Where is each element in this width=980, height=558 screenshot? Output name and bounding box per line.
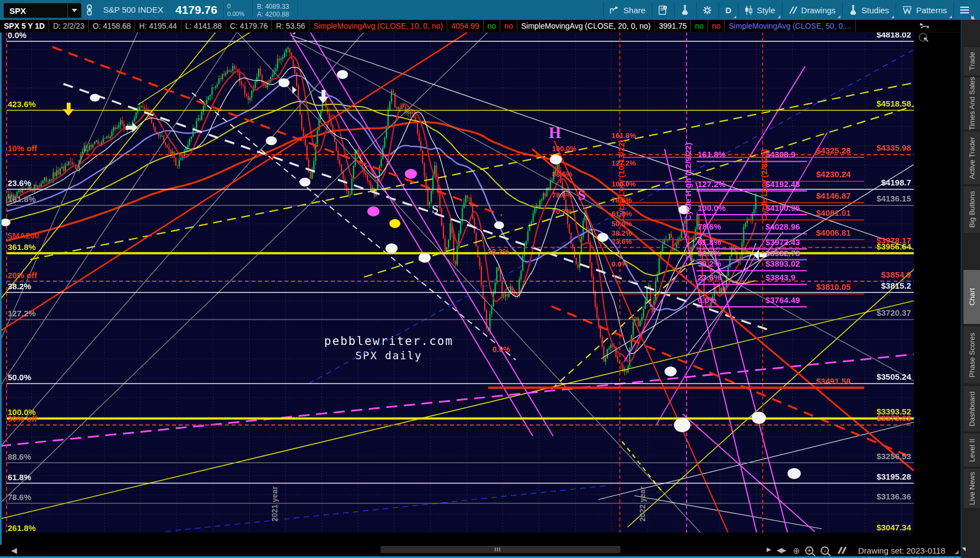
- sidebar-tab-times-and-sales[interactable]: Times And Sales: [963, 77, 980, 130]
- study-cell[interactable]: no: [691, 20, 708, 32]
- link-icon[interactable]: [85, 4, 93, 15]
- time-axis[interactable]: [0, 533, 961, 545]
- last-price: 4179.76: [175, 3, 217, 17]
- company-name: S&P 500 INDEX: [103, 5, 163, 14]
- settings-button[interactable]: [696, 0, 719, 20]
- sidebar-tab-label: Phase Scores: [968, 333, 976, 378]
- pan-arrows-icon[interactable]: ◀▶: [776, 546, 785, 554]
- sidebar-collapse-icon[interactable]: [962, 548, 966, 551]
- sidebar-tab-label: Times And Sales: [968, 77, 976, 130]
- sidebar-tab-active-trader[interactable]: Active Trader: [963, 131, 980, 185]
- study-cell[interactable]: no: [500, 20, 517, 32]
- study-cell[interactable]: C: 4179.76: [226, 20, 272, 32]
- symbol-input[interactable]: SPX: [3, 3, 82, 18]
- chevron-down-icon: [72, 9, 77, 12]
- symbol-value: SPX: [4, 6, 67, 15]
- study-cell[interactable]: O: 4158.68: [89, 20, 135, 32]
- drawing-set-label[interactable]: Drawing set: 2023-0118: [858, 546, 945, 555]
- sidebar-tab-label: Live News: [968, 472, 976, 505]
- drawings-button[interactable]: Drawings: [782, 0, 843, 20]
- bid-value: B: 4089.33: [257, 3, 289, 10]
- pointer-mode-cursor: ↖: [923, 35, 929, 44]
- price-axis[interactable]: [914, 20, 961, 545]
- study-cell[interactable]: D: 2/2/23: [49, 20, 89, 32]
- study-cell[interactable]: 3991.75: [655, 20, 692, 32]
- menu-icon: [960, 7, 969, 14]
- zoom-in-icon[interactable]: +: [805, 546, 813, 555]
- right-sidebar: TradeTimes And SalesActive TraderBig But…: [961, 20, 980, 558]
- ask-value: A: 4200.88: [257, 10, 289, 18]
- chart-scrollbar[interactable]: [381, 546, 620, 553]
- symbol-dropdown-button[interactable]: [67, 3, 81, 18]
- study-cell[interactable]: no: [708, 20, 725, 32]
- trading-platform-window: pebblewriter.com SPX daily 4782.864697.5…: [0, 0, 980, 558]
- study-cell[interactable]: SimpleMovingAvg (CLOSE, 10, 0, no): [309, 20, 447, 32]
- sidebar-tab-label: Dashboard: [968, 391, 976, 427]
- zoom-out-icon[interactable]: -: [821, 546, 829, 555]
- style-button[interactable]: Style: [738, 0, 781, 20]
- flask-icon: [849, 5, 858, 15]
- study-cell[interactable]: R: 53.56: [272, 20, 309, 32]
- change-value: 0: [227, 3, 231, 9]
- footer-corner-grip[interactable]: [955, 550, 958, 554]
- sidebar-tab-phase-scores[interactable]: Phase Scores: [963, 326, 980, 384]
- sidebar-tab-trade[interactable]: Trade: [963, 46, 980, 76]
- patterns-icon: [902, 6, 912, 14]
- sidebar-tab-level-ii[interactable]: Level II: [963, 433, 980, 467]
- crosshair-center-icon[interactable]: ⊕: [793, 546, 800, 556]
- chart-drawings-overlay: [0, 0, 980, 558]
- studies-button[interactable]: Studies: [842, 0, 896, 20]
- toolbar-buttons: Share i D Style Drawings: [603, 0, 976, 20]
- scroll-left-icon[interactable]: ◀: [11, 546, 17, 555]
- study-cell[interactable]: 4054.99: [447, 20, 484, 32]
- sidebar-tab-big-buttons[interactable]: Big Buttons: [963, 185, 980, 233]
- collapse-arrows-icon[interactable]: [919, 22, 930, 30]
- patterns-button[interactable]: Patterns: [896, 0, 954, 20]
- share-icon: [610, 6, 619, 14]
- sidebar-tab-live-news[interactable]: Live News: [963, 468, 980, 509]
- chart-notes-button[interactable]: i: [652, 0, 674, 20]
- top-toolbar: SPX S&P 500 INDEX 4179.76 0 0.00% B: 408…: [0, 0, 980, 20]
- sidebar-tab-chart[interactable]: Chart: [963, 269, 980, 325]
- study-cell[interactable]: SimpleMovingAvg (CLOSE, 20, 0, no): [517, 20, 655, 32]
- study-cell[interactable]: SPX 5 Y 1D: [0, 20, 49, 32]
- fast-forward-icon[interactable]: ▶: [767, 546, 771, 553]
- chart-left-edge: [0, 20, 2, 545]
- flask-icon: [681, 5, 689, 15]
- scrollbar-handle[interactable]: [494, 548, 501, 551]
- study-cell[interactable]: H: 4195.44: [135, 20, 181, 32]
- studies-bar: SPX 5 Y 1DD: 2/2/23O: 4158.68H: 4195.44L…: [0, 20, 961, 33]
- sidebar-tab-label: Trade: [968, 52, 976, 70]
- drawing-tools-icon[interactable]: [837, 546, 847, 554]
- sidebar-expand-icon[interactable]: [971, 15, 975, 19]
- sidebar-tab-dashboard[interactable]: Dashboard: [963, 385, 980, 432]
- study-cell[interactable]: no: [484, 20, 501, 32]
- gear-icon: [703, 6, 712, 15]
- share-button[interactable]: Share: [603, 0, 652, 20]
- sidebar-tab-label: Chart: [968, 288, 976, 306]
- candle-style-icon: [745, 6, 753, 15]
- study-cell[interactable]: L: 4141.88: [181, 20, 226, 32]
- study-cell[interactable]: SimpleMovingAvg (CLOSE, 50, 0,...: [725, 20, 855, 32]
- drawings-icon: [789, 6, 797, 14]
- timeframe-button[interactable]: D: [719, 0, 738, 20]
- sidebar-tab-label: Big Buttons: [968, 191, 976, 228]
- quick-study-button[interactable]: [674, 0, 696, 20]
- change-percent: 0.00%: [227, 10, 244, 17]
- sidebar-tab-label: Active Trader: [968, 137, 976, 179]
- sidebar-tab-label: Level II: [968, 439, 976, 462]
- note-icon: i: [658, 6, 667, 15]
